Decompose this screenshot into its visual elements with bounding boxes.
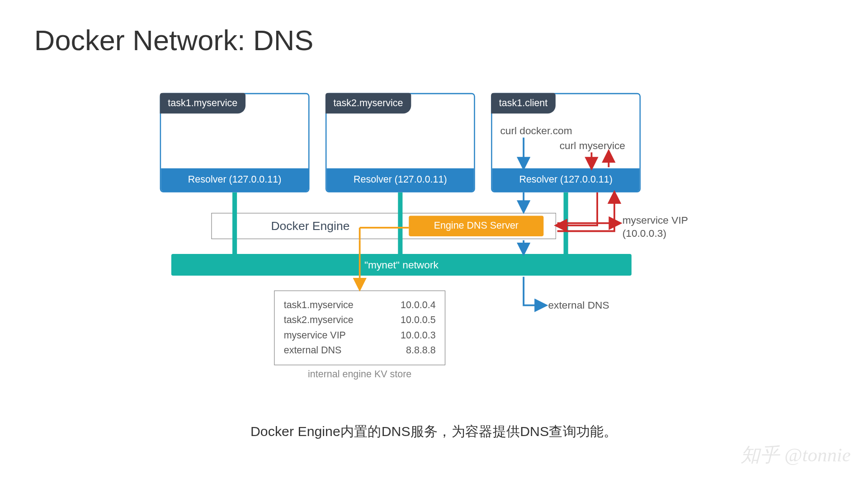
resolver-bar: Resolver (127.0.0.11): [492, 169, 640, 192]
container-tab: task2.myservice: [326, 93, 411, 113]
architecture-diagram: task1.myservice Resolver (127.0.0.11) ta…: [160, 89, 720, 408]
resolver-bar: Resolver (127.0.0.11): [161, 169, 308, 192]
docker-engine-bar: Docker Engine Engine DNS Server: [211, 213, 556, 239]
curl-docker-label: curl docker.com: [500, 125, 572, 137]
container-card-1: task1.myservice Resolver (127.0.0.11): [160, 93, 310, 192]
table-row: external DNS8.8.8.8: [284, 343, 436, 358]
table-row: task1.myservice10.0.0.4: [284, 298, 436, 313]
resolver-bar: Resolver (127.0.0.11): [326, 169, 474, 192]
curl-myservice-label: curl myservice: [560, 140, 625, 152]
external-dns-label: external DNS: [548, 300, 609, 312]
container-card-2: task2.myservice Resolver (127.0.0.11): [326, 93, 475, 192]
container-tab: task1.myservice: [160, 93, 245, 113]
myservice-vip-label: myservice VIP (10.0.0.3): [623, 214, 688, 241]
kv-store-caption: internal engine KV store: [274, 369, 445, 380]
container-tab: task1.client: [491, 93, 556, 113]
watermark: 知乎 @tonnie: [741, 442, 850, 468]
slide-caption: Docker Engine内置的DNS服务，为容器提供DNS查询功能。: [250, 422, 618, 441]
table-row: task2.myservice10.0.0.5: [284, 313, 436, 328]
table-row: myservice VIP10.0.0.3: [284, 328, 436, 343]
engine-dns-server-box: Engine DNS Server: [409, 216, 543, 236]
docker-engine-label: Docker Engine: [212, 219, 409, 233]
kv-store-box: task1.myservice10.0.0.4 task2.myservice1…: [274, 291, 445, 380]
slide-title: Docker Network: DNS: [34, 24, 314, 57]
mynet-network-bar: "mynet" network: [171, 254, 632, 276]
